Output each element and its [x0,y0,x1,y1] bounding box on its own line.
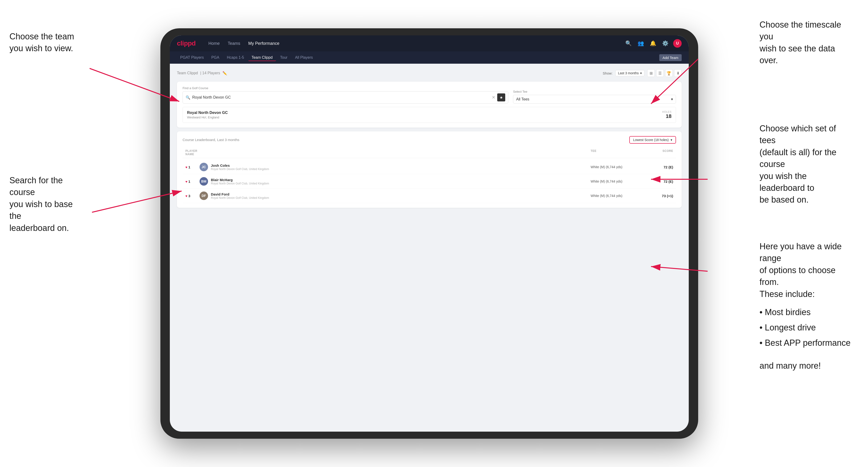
bell-icon[interactable]: 🔔 [649,39,657,48]
nav-my-performance[interactable]: My Performance [245,40,283,48]
player-score: 72 (E) [638,165,673,169]
tablet-screen: clippd Home Teams My Performance 🔍 👥 🔔 ⚙… [170,35,689,432]
chevron-down-icon: ▾ [671,97,673,101]
player-count: | 14 Players [200,71,220,75]
player-club: Royal North Devon Golf Club, United King… [211,182,269,185]
nav-teams[interactable]: Teams [224,40,243,48]
subnav: PGAT Players PGA Hcaps 1-5 Team Clippd T… [170,52,689,64]
heart-icon: ♥ [185,165,187,169]
trophy-icon[interactable]: 🏆 [665,69,673,77]
annotation-mid-left: Search for the courseyou wish to base th… [9,175,85,234]
holes-badge: Holes 18 [662,111,672,119]
view-icons: ⊞ ☰ 🏆 ⬇ [647,69,682,77]
list-view-icon[interactable]: ☰ [656,69,664,77]
score-type-label: Lowest Score (18 holes) [633,138,669,142]
tablet-frame: clippd Home Teams My Performance 🔍 👥 🔔 ⚙… [160,28,698,439]
annotation-mid-right: Choose which set of tees(default is all)… [760,123,854,206]
user-avatar[interactable]: U [673,39,682,48]
subnav-all-players[interactable]: All Players [292,54,316,61]
select-tee-label: Select Tee [513,90,676,93]
avatar: JC [199,163,208,171]
download-icon[interactable]: ⬇ [674,69,682,77]
tee-dropdown[interactable]: All Tees ▾ [513,95,676,103]
player-tee: White (M) (6,744 yds) [591,180,638,183]
col-player: PLAYER NAME [185,149,199,156]
subnav-hcaps[interactable]: Hcaps 1-5 [224,54,247,61]
course-search-input[interactable] [192,95,490,99]
people-icon[interactable]: 👥 [637,39,645,48]
score-type-dropdown[interactable]: Lowest Score (18 holes) ▾ [629,136,676,144]
player-details: Blair McHarg Royal North Devon Golf Club… [211,178,269,185]
annotation-top-right: Choose the timescale youwish to see the … [760,19,854,66]
nav-links: Home Teams My Performance [205,40,624,48]
search-row: Find a Golf Course 🔍 ✕ ★ Select Tee All … [183,86,676,103]
chevron-down-icon: ▾ [671,138,672,142]
time-period-dropdown[interactable]: Last 3 months ▾ [615,70,644,76]
player-name: Blair McHarg [211,178,269,182]
avatar: BM [199,177,208,186]
add-team-button[interactable]: Add Team [659,54,682,61]
col-tee: TEE [591,149,638,156]
player-rank: ♥ 1 [185,180,199,184]
annotation-bottom-right: Here you have a wide rangeof options to … [760,241,854,372]
subnav-team-clippd[interactable]: Team Clippd [248,54,276,61]
nav-icons: 🔍 👥 🔔 ⚙️ U [624,39,682,48]
player-score: 72 (E) [638,180,673,184]
chevron-down-icon: ▾ [640,71,642,75]
player-score: 73 (+1) [638,194,673,198]
team-header: Team Clippd | 14 Players ✏️ Show: Last 3… [177,69,682,77]
player-details: David Ford Royal North Devon Golf Club, … [211,192,269,199]
player-info: BM Blair McHarg Royal North Devon Golf C… [199,177,591,186]
team-title-wrap: Team Clippd | 14 Players ✏️ [177,71,227,75]
subnav-tour[interactable]: Tour [277,54,291,61]
course-result: Royal North Devon GC Westward Ho!, Engla… [183,107,676,123]
heart-icon: ♥ [185,194,187,198]
find-course-label: Find a Golf Course [183,86,508,90]
show-controls: Show: Last 3 months ▾ ⊞ ☰ 🏆 ⬇ [602,69,682,77]
course-info: Royal North Devon GC Westward Ho!, Engla… [187,111,228,119]
holes-value: 18 [662,113,672,119]
player-info: DF David Ford Royal North Devon Golf Clu… [199,191,591,200]
leaderboard-card: Course Leaderboard, Last 3 months Lowest… [177,131,682,208]
nav-home[interactable]: Home [205,40,223,48]
avatar: DF [199,191,208,200]
show-label: Show: [602,71,613,75]
player-name: David Ford [211,192,269,196]
tee-select-group: Select Tee All Tees ▾ [513,90,676,103]
course-search-group: Find a Golf Course 🔍 ✕ ★ [183,86,508,103]
star-button[interactable]: ★ [497,93,505,101]
player-rank: ♥ 3 [185,194,199,198]
edit-icon[interactable]: ✏️ [222,71,227,75]
table-header: PLAYER NAME TEE SCORE [183,148,676,158]
col-score: SCORE [638,149,673,156]
player-club: Royal North Devon Golf Club, United King… [211,167,269,171]
course-search-input-wrap: 🔍 ✕ ★ [183,91,508,103]
holes-label: Holes [662,111,672,113]
subnav-pga[interactable]: PGA [208,54,223,61]
annotation-top-left: Choose the team you wish to view. [9,31,85,55]
search-card: Find a Golf Course 🔍 ✕ ★ Select Tee All … [177,82,682,128]
player-info: JC Josh Coles Royal North Devon Golf Clu… [199,163,591,171]
player-name: Josh Coles [211,163,269,167]
col-spacer [199,149,591,156]
navbar: clippd Home Teams My Performance 🔍 👥 🔔 ⚙… [170,35,689,52]
search-icon: 🔍 [186,95,190,100]
player-club: Royal North Devon Golf Club, United King… [211,196,269,199]
search-icon[interactable]: 🔍 [624,39,632,48]
leaderboard-title: Course Leaderboard, Last 3 months [183,137,239,142]
heart-icon: ♥ [185,180,187,184]
main-content: Team Clippd | 14 Players ✏️ Show: Last 3… [170,64,689,214]
table-row: ♥ 3 DF David Ford Royal North Devon Golf… [183,189,676,203]
player-tee: White (M) (6,744 yds) [591,165,638,169]
player-rank: ♥ 1 [185,165,199,169]
clear-search-icon[interactable]: ✕ [492,95,495,99]
course-name: Royal North Devon GC [187,111,228,115]
leaderboard-header: Course Leaderboard, Last 3 months Lowest… [183,136,676,144]
table-row: ♥ 1 JC Josh Coles Royal North Devon Golf… [183,160,676,174]
team-name: Team Clippd [177,71,198,75]
settings-icon[interactable]: ⚙️ [661,39,670,48]
player-tee: White (M) (6,744 yds) [591,194,638,198]
grid-view-icon[interactable]: ⊞ [647,69,655,77]
tee-value: All Tees [516,97,529,101]
subnav-pgat[interactable]: PGAT Players [177,54,207,61]
